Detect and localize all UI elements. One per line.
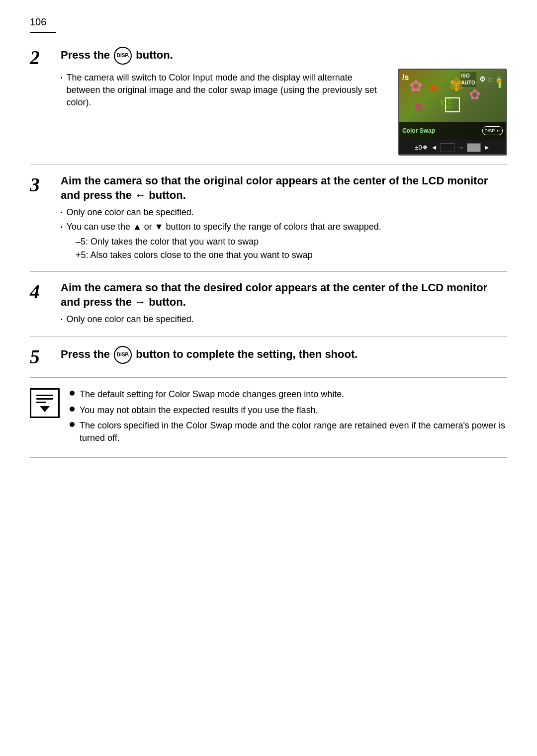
step-2-bullet-1: • The camera will switch to Color Input … (61, 72, 388, 109)
step-3-sub-1-text: –5: Only takes the color that you want t… (76, 237, 259, 247)
lcd-icon-settings: ⚙ (479, 75, 486, 84)
step-4-bullet-1-text: Only one color can be specified. (67, 313, 194, 326)
step-3-bullet-1: • Only one color can be specified. (61, 206, 507, 219)
step-2-number: 2 (30, 48, 61, 68)
step-2-row: 2 Press the DISP. button. • The camera w… (30, 38, 507, 165)
lcd-bottom-bar: Color Swap DISP. ↩ (399, 122, 506, 140)
lcd-ctrl-right: ► (484, 143, 490, 152)
note-icon-inner (31, 390, 58, 417)
page-container: 106 2 Press the DISP. button. • The came… (0, 0, 537, 756)
lcd-image-area: ✿ ❀ ✾ ✿ ❁ 🌿 /s ISOAUTO ⚙ □ 🔒 (399, 70, 506, 140)
flower-deco-4: ✿ (469, 85, 480, 104)
step-3-sub-2: +5: Also takes colors close to the one t… (76, 249, 507, 261)
step-4-title-text: Aim the camera so that the desired color… (61, 281, 487, 308)
flower-deco-2: ❀ (429, 80, 439, 97)
note-text-1: The default setting for Color Swap mode … (80, 388, 344, 401)
lcd-ctrl-arrow: → (457, 143, 464, 152)
step-2-title-text2: button. (133, 49, 173, 61)
step-3-bullet-2-text: You can use the ▲ or ▼ button to specify… (67, 221, 381, 233)
disp-button-icon-5: DISP. (114, 346, 132, 364)
note-content: The default setting for Color Swap mode … (70, 388, 507, 447)
lcd-controls-row: ±0❖ ◄ → ► (399, 140, 506, 156)
step-4-title: Aim the camera so that the desired color… (61, 281, 507, 309)
lcd-color-box-light (467, 143, 481, 152)
lcd-fraction-display: /s (402, 72, 409, 83)
step-3-title-text: Aim the camera so that the original colo… (61, 174, 488, 201)
step-2-text: • The camera will switch to Color Input … (61, 69, 388, 111)
note-line-2 (36, 398, 53, 400)
note-line-3 (36, 402, 46, 403)
step-4-number: 4 (30, 282, 61, 302)
lcd-ctrl-left: ◄ (431, 143, 438, 152)
bullet-dot-4-1: • (61, 316, 63, 323)
note-bullet-circle-3 (70, 422, 75, 427)
step-3-bullet-1-text: Only one color can be specified. (67, 206, 194, 219)
step-4-content: Aim the camera so that the desired color… (61, 281, 507, 328)
steps-container: 2 Press the DISP. button. • The camera w… (30, 38, 507, 377)
note-bullet-circle-2 (70, 407, 75, 412)
note-triangle-icon (40, 406, 50, 412)
step-3-sub-bullets: –5: Only takes the color that you want t… (76, 236, 507, 261)
step-3-bullet-2: • You can use the ▲ or ▼ button to speci… (61, 221, 507, 233)
step-5-title-text2: button to complete the setting, then sho… (133, 348, 358, 360)
lcd-ctrl-plusminus: ±0❖ (415, 143, 428, 152)
bullet-dot-3-1: • (61, 209, 63, 216)
bullet-dot: • (61, 75, 63, 82)
lcd-battery-icon: 🔋 (497, 82, 503, 89)
step-2-content: Press the DISP. button. • The camera wil… (61, 47, 507, 156)
note-item-3: The colors specified in the Color Swap m… (70, 420, 507, 444)
step-3-bullets: • Only one color can be specified. • You… (61, 206, 507, 233)
step-3-number: 3 (30, 175, 61, 195)
step-4-row: 4 Aim the camera so that the desired col… (30, 272, 507, 337)
step-2-bullet-1-text: The camera will switch to Color Input mo… (67, 72, 388, 109)
step-4-bullet-1: • Only one color can be specified. (61, 313, 507, 326)
note-item-1: The default setting for Color Swap mode … (70, 388, 507, 401)
lcd-color-swap-label: Color Swap (402, 127, 480, 135)
lcd-color-box-dark (441, 143, 454, 152)
step-5-title-text1: Press the (61, 348, 113, 360)
step-3-title: Aim the camera so that the original colo… (61, 174, 507, 202)
bullet-dot-3-2: • (61, 224, 63, 231)
page-number: 106 (30, 15, 56, 33)
lcd-disp-badge: DISP. ↩ (482, 126, 503, 135)
step-2-title-text1: Press the (61, 49, 113, 61)
lcd-center-box (445, 97, 460, 112)
note-box: The default setting for Color Swap mode … (30, 377, 507, 458)
step-2-title: Press the DISP. button. (61, 47, 507, 65)
disp-button-icon: DISP. (114, 47, 132, 65)
step-3-sub-1: –5: Only takes the color that you want t… (76, 236, 507, 248)
note-lines (36, 395, 53, 403)
lcd-iso-display: ISOAUTO (460, 72, 476, 87)
step-5-row: 5 Press the DISP. button to complete the… (30, 337, 507, 377)
step-5-content: Press the DISP. button to complete the s… (61, 346, 507, 368)
step-2-inner: • The camera will switch to Color Input … (61, 69, 507, 156)
camera-lcd-screen: ✿ ❀ ✾ ✿ ❁ 🌿 /s ISOAUTO ⚙ □ 🔒 (398, 69, 507, 156)
note-bullet-list: The default setting for Color Swap mode … (70, 388, 507, 444)
step-5-title: Press the DISP. button to complete the s… (61, 346, 507, 364)
flower-deco-5: ❁ (414, 100, 423, 114)
step-4-bullets: • Only one color can be specified. (61, 313, 507, 326)
lcd-icon-box: □ (489, 76, 492, 84)
note-text-3: The colors specified in the Color Swap m… (80, 420, 507, 444)
note-item-2: You may not obtain the expected results … (70, 404, 507, 417)
note-icon (30, 388, 60, 418)
step-5-number: 5 (30, 347, 61, 367)
flower-deco-1: ✿ (409, 75, 423, 97)
step-3-sub-2-text: +5: Also takes colors close to the one t… (76, 250, 313, 260)
step-3-content: Aim the camera so that the original colo… (61, 174, 507, 262)
note-bullet-circle-1 (70, 391, 75, 396)
step-2-bullets: • The camera will switch to Color Input … (61, 72, 388, 109)
note-text-2: You may not obtain the expected results … (80, 404, 318, 417)
step-3-row: 3 Aim the camera so that the original co… (30, 165, 507, 272)
note-line-1 (36, 395, 53, 396)
